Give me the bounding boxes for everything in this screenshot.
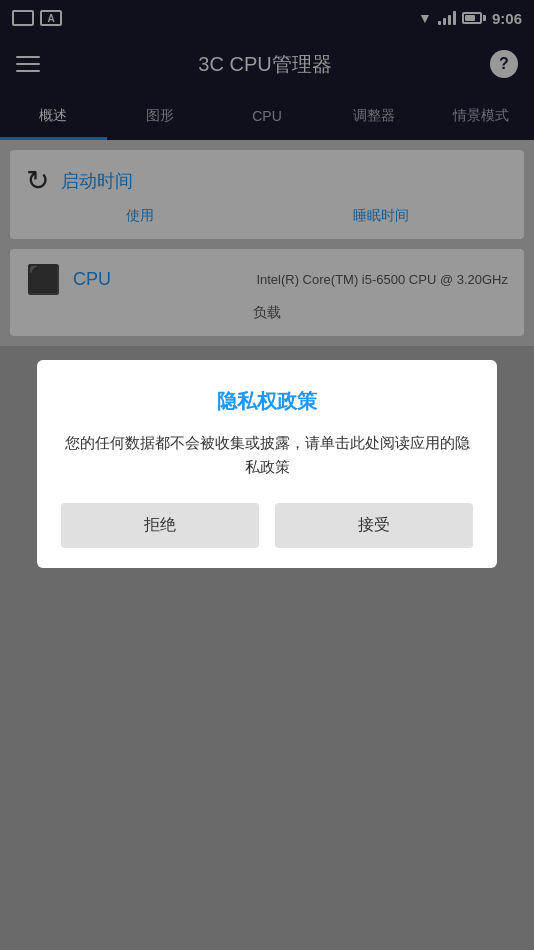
- dialog-body: 您的任何数据都不会被收集或披露，请单击此处阅读应用的隐私政策: [61, 431, 473, 479]
- dialog-title: 隐私权政策: [217, 388, 317, 415]
- privacy-dialog: 隐私权政策 您的任何数据都不会被收集或披露，请单击此处阅读应用的隐私政策 拒绝 …: [37, 360, 497, 568]
- reject-button[interactable]: 拒绝: [61, 503, 259, 548]
- dialog-buttons: 拒绝 接受: [61, 503, 473, 548]
- accept-button[interactable]: 接受: [275, 503, 473, 548]
- dialog-overlay: 隐私权政策 您的任何数据都不会被收集或披露，请单击此处阅读应用的隐私政策 拒绝 …: [0, 0, 534, 950]
